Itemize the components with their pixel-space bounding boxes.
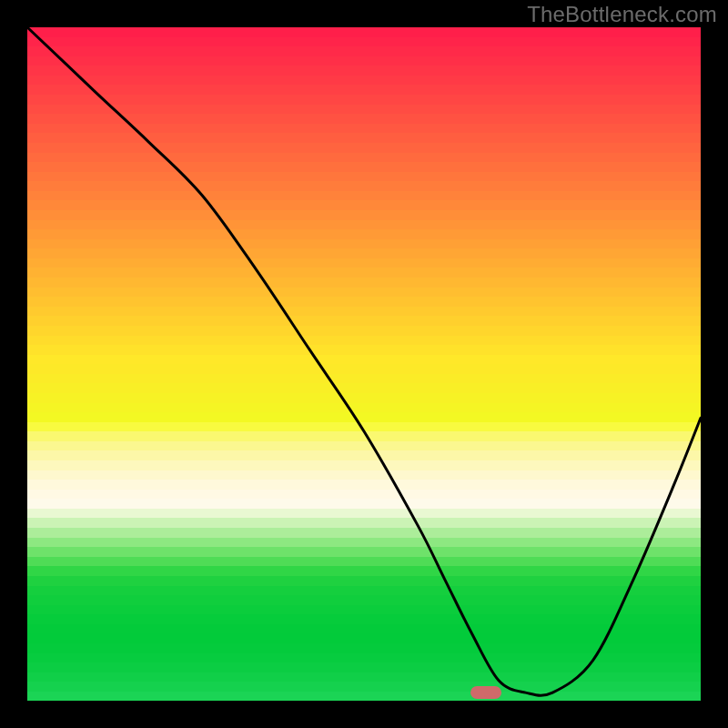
optimum-marker bbox=[470, 686, 501, 699]
bottleneck-curve bbox=[27, 27, 701, 701]
chart-frame: TheBottleneck.com bbox=[0, 0, 728, 728]
watermark-text: TheBottleneck.com bbox=[527, 2, 717, 27]
plot-area bbox=[27, 27, 701, 701]
